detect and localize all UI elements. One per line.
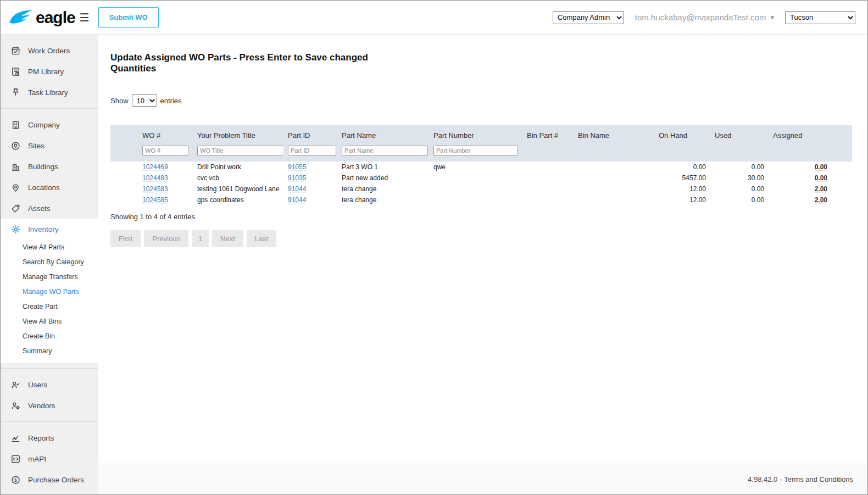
part-number-cell — [429, 173, 522, 183]
submenu-create-bin[interactable]: Create Bin — [1, 329, 98, 343]
submenu-search-by-category[interactable]: Search By Category — [1, 254, 98, 269]
sidebar-item-vendors[interactable]: Vendors — [1, 395, 98, 416]
column-header-part-name[interactable]: Part Name — [337, 125, 429, 144]
sidebar-item-task-library[interactable]: Task Library — [1, 82, 98, 103]
code-icon — [10, 454, 21, 464]
locations-icon — [10, 182, 21, 193]
sidebar-item-label: Locations — [28, 183, 60, 192]
bin-name-cell — [574, 183, 654, 194]
role-select[interactable]: Company Admin — [553, 11, 624, 24]
column-header-part-id[interactable]: Part ID — [283, 125, 337, 144]
submenu-manage-wo-parts[interactable]: Manage WO Parts — [1, 284, 98, 299]
user-email-text: tom.huckabay@maxpandaTest.com — [635, 13, 766, 22]
sidebar-item-assets[interactable]: Assets — [1, 198, 98, 219]
column-header-part-number[interactable]: Part Number — [429, 125, 522, 144]
sidebar-item-users[interactable]: Users — [1, 374, 98, 395]
sidebar-item-purchase-orders[interactable]: $ Purchase Orders — [1, 469, 98, 490]
filter-part-id-input[interactable] — [288, 146, 336, 155]
filter-part-name-input[interactable] — [342, 146, 428, 155]
sidebar-item-mapi[interactable]: mAPI — [1, 448, 98, 469]
column-header-assigned[interactable]: Assigned — [769, 125, 852, 144]
submenu-manage-transfers[interactable]: Manage Transfers — [1, 269, 98, 284]
sidebar-item-sites[interactable]: Sites — [1, 135, 98, 156]
sidebar-item-label: mAPI — [28, 455, 46, 463]
pagination: First Previous 1 Next Last — [110, 230, 851, 247]
part-id-link[interactable]: 91044 — [288, 185, 306, 193]
assigned-qty-link[interactable]: 2.00 — [815, 185, 827, 193]
inventory-icon — [10, 224, 21, 235]
column-header-wo[interactable]: WO # — [110, 125, 193, 144]
column-header-bin-name[interactable]: Bin Name — [574, 125, 654, 144]
submit-wo-button[interactable]: Submit WO — [98, 7, 159, 27]
assigned-qty-link[interactable]: 0.00 — [815, 174, 827, 182]
task-library-icon — [10, 87, 21, 98]
sidebar-item-label: Users — [28, 381, 47, 389]
pagination-last-button[interactable]: Last — [247, 230, 277, 247]
page-size-select[interactable]: 10 — [132, 94, 157, 107]
column-header-on-hand[interactable]: On Hand — [654, 125, 710, 144]
sidebar-item-label: Reports — [28, 434, 54, 442]
used-cell: 0.00 — [710, 162, 769, 173]
part-name-cell: tera change — [337, 194, 429, 205]
part-number-cell: qwe — [429, 162, 522, 173]
wo-number-link[interactable]: 1024483 — [142, 174, 168, 182]
assigned-qty-link[interactable]: 0.00 — [815, 163, 827, 171]
part-id-link[interactable]: 91044 — [288, 196, 306, 204]
assigned-qty-link[interactable]: 2.00 — [815, 196, 827, 204]
sidebar-item-label: PM Library — [28, 68, 64, 76]
pagination-page-1-button[interactable]: 1 — [192, 230, 209, 247]
submenu-view-all-parts[interactable]: View All Parts — [1, 240, 98, 254]
filter-wo-title-input[interactable] — [197, 146, 283, 155]
site-select[interactable]: Tucson — [785, 11, 855, 24]
on-hand-cell: 0.00 — [654, 162, 710, 173]
sidebar-item-locations[interactable]: Locations — [1, 177, 98, 198]
bin-name-cell — [574, 162, 654, 173]
sidebar-item-inventory[interactable]: Inventory — [1, 219, 98, 240]
eagle-logo[interactable]: eagle — [8, 8, 75, 27]
submenu-view-all-bins[interactable]: View All Bins — [1, 314, 98, 329]
terms-and-conditions-link[interactable]: Terms and Conditions — [784, 475, 853, 483]
pagination-first-button[interactable]: First — [110, 230, 141, 247]
sidebar-item-customers[interactable]: Customers — [1, 490, 98, 494]
page-footer: 4.98.42.0 - Terms and Conditions — [98, 464, 867, 494]
column-header-bin-part[interactable]: Bin Part # — [522, 125, 574, 144]
user-menu[interactable]: tom.huckabay@maxpandaTest.com ▾ — [635, 13, 774, 22]
svg-text:$: $ — [14, 477, 17, 482]
part-name-cell: tera change — [337, 183, 429, 194]
sidebar-divider — [1, 421, 98, 422]
wo-parts-table: WO # Your Problem Title Part ID Part Nam… — [110, 125, 852, 205]
header-right: Company Admin tom.huckabay@maxpandaTest.… — [553, 11, 855, 24]
sidebar-item-work-orders[interactable]: Work Orders — [1, 40, 98, 61]
part-id-link[interactable]: 91035 — [288, 174, 306, 182]
part-id-link[interactable]: 91055 — [288, 163, 306, 171]
sidebar-item-pm-library[interactable]: PM Library — [1, 61, 98, 82]
sidebar-divider — [1, 108, 98, 109]
pagination-previous-button[interactable]: Previous — [144, 230, 188, 247]
on-hand-cell: 12.00 — [654, 183, 710, 194]
sidebar-item-buildings[interactable]: Buildings — [1, 156, 98, 177]
sites-icon — [10, 141, 21, 151]
table-summary: Showing 1 to 4 of 4 entries — [110, 213, 851, 221]
on-hand-cell: 5457.00 — [654, 173, 710, 183]
submenu-summary[interactable]: Summary — [1, 343, 98, 358]
wo-number-link[interactable]: 1024585 — [142, 196, 168, 204]
sidebar-item-label: Vendors — [28, 402, 55, 410]
problem-title-cell: Drill Point work — [193, 162, 283, 173]
wo-number-link[interactable]: 1024583 — [142, 185, 168, 193]
wo-number-link[interactable]: 1024469 — [142, 163, 168, 171]
table-row: 1024585 gps coordinates 91044 tera chang… — [110, 194, 852, 205]
filter-part-number-input[interactable] — [433, 146, 518, 155]
top-header: eagle ☰ Submit WO Company Admin tom.huck… — [1, 1, 867, 35]
submenu-create-part[interactable]: Create Part — [1, 299, 98, 314]
column-header-used[interactable]: Used — [710, 125, 769, 144]
filter-wo-input[interactable] — [142, 146, 188, 155]
column-header-problem-title[interactable]: Your Problem Title — [193, 125, 283, 144]
buildings-icon — [10, 162, 21, 172]
sidebar-item-company[interactable]: Company — [1, 114, 98, 135]
bin-part-cell — [522, 173, 574, 183]
hamburger-menu-icon[interactable]: ☰ — [80, 12, 90, 23]
used-cell: 0.00 — [710, 183, 769, 194]
part-name-cell: Part 3 WO 1 — [337, 162, 429, 173]
pagination-next-button[interactable]: Next — [212, 230, 243, 247]
sidebar-item-reports[interactable]: Reports — [1, 427, 98, 448]
